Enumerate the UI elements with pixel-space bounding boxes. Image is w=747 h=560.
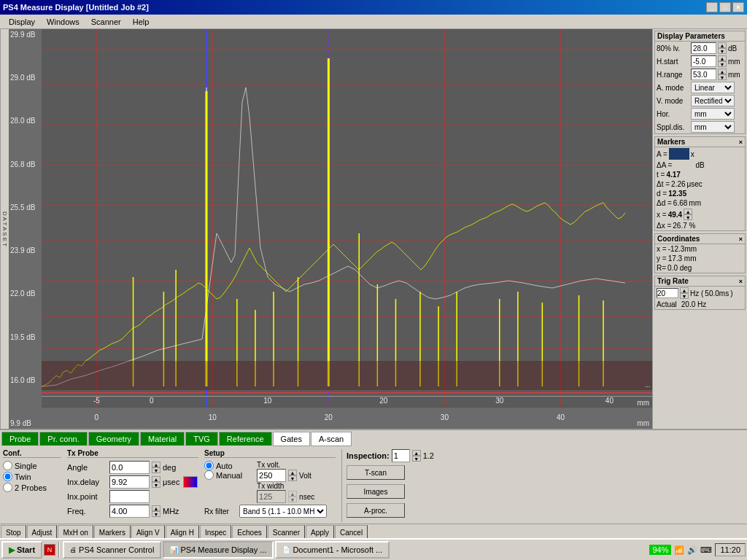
tab-probe[interactable]: Probe	[1, 432, 39, 446]
ellipsis-button[interactable]: ...	[645, 381, 651, 389]
param-80lv-input[interactable]	[691, 42, 716, 54]
marker-a-input[interactable]	[669, 148, 689, 160]
tx-inxdelay-input[interactable]	[109, 475, 150, 489]
maximize-button[interactable]: □	[719, 2, 731, 12]
trig-rate-title: Trig Rate ×	[655, 276, 745, 287]
menu-help[interactable]: Help	[127, 16, 155, 28]
x-bot-label-0: 0	[95, 413, 99, 421]
tab-reference[interactable]: Reference	[219, 432, 272, 446]
coordinates-close[interactable]: ×	[739, 236, 743, 243]
param-hstart-down[interactable]: ▼	[718, 61, 727, 67]
marker-t: t = 4.17	[655, 170, 745, 179]
y-label-9: 9.9 dB	[10, 419, 40, 427]
window-title: PS4 Measure Display [Untitled Job #2]	[3, 3, 149, 12]
tab-pr-conn[interactable]: Pr. conn.	[39, 432, 87, 446]
conf-single-radio[interactable]	[3, 461, 12, 470]
toolbar-stop[interactable]: Stop	[1, 525, 26, 540]
marker-x-up[interactable]: ▲	[684, 209, 692, 214]
tx-inxpoint-input[interactable]	[109, 490, 150, 503]
param-vmode-select[interactable]: Rectified RF	[691, 95, 735, 106]
param-80lv-down[interactable]: ▼	[718, 48, 727, 54]
setup-mode: Auto Manual Tx volt. ▲ ▼	[204, 461, 336, 503]
conf-2probes-radio[interactable]	[3, 483, 12, 492]
coord-y: y = 17.3 mm	[655, 254, 745, 263]
taskbar-document[interactable]: 📄 Document1 - Microsoft ...	[275, 541, 390, 559]
conf-twin-radio[interactable]	[3, 472, 12, 481]
setup-auto: Auto	[204, 461, 242, 470]
menu-windows[interactable]: Windows	[41, 16, 85, 28]
param-hrange-up[interactable]: ▲	[718, 69, 727, 74]
param-80lv-up[interactable]: ▲	[718, 42, 727, 48]
param-hrange-down[interactable]: ▼	[718, 74, 727, 80]
toolbar-apply[interactable]: Apply	[306, 525, 334, 540]
tab-geometry[interactable]: Geometry	[88, 432, 139, 446]
toolbar-markers[interactable]: Markers	[94, 525, 131, 540]
tx-freq-up[interactable]: ▲	[152, 505, 160, 511]
setup-txvolt-up[interactable]: ▲	[288, 470, 297, 475]
toolbar-mxh[interactable]: MxH on	[58, 525, 93, 540]
images-button[interactable]: Images	[347, 484, 405, 499]
menu-scanner[interactable]: Scanner	[85, 16, 127, 28]
menu-display[interactable]: Display	[3, 16, 41, 28]
param-hrange: H.range ▲ ▼ mm	[655, 68, 745, 81]
setup-rxfilter-select[interactable]: Band 5 (1.1 - 10.0 MHz)	[239, 505, 327, 518]
inspection-val1-up[interactable]: ▲	[412, 450, 421, 456]
x-bot-label-2: 20	[325, 413, 333, 421]
setup-auto-radio[interactable]	[204, 461, 214, 470]
param-hstart-up[interactable]: ▲	[718, 55, 727, 61]
param-sppl: Sppl.dis. mm μsec	[655, 120, 745, 133]
minimize-button[interactable]: _	[706, 2, 718, 12]
trig-rate-input[interactable]	[657, 288, 678, 298]
setup-txvolt-down[interactable]: ▼	[288, 475, 297, 481]
marker-x-down[interactable]: ▼	[684, 214, 692, 220]
close-button[interactable]: ×	[732, 2, 744, 12]
inspection-val1-down[interactable]: ▼	[412, 456, 421, 462]
x-top-label-3: 20	[379, 397, 387, 405]
t-scan-button[interactable]: T-scan	[347, 465, 405, 480]
trig-rate-down[interactable]: ▼	[680, 293, 689, 299]
tab-content: Conf. Single Twin 2 Probes Tx Probe Angl…	[0, 446, 747, 525]
tab-tvg[interactable]: TVG	[185, 432, 218, 446]
taskbar-scanner[interactable]: 🖨 PS4 Scanner Control	[63, 541, 161, 559]
tx-angle-input[interactable]	[109, 461, 150, 474]
trig-rate-close[interactable]: ×	[739, 278, 743, 285]
setup-manual-radio[interactable]	[204, 470, 214, 480]
tab-ascan[interactable]: A-scan	[311, 432, 352, 446]
markers-title: Markers ×	[655, 137, 745, 147]
a-proc-button[interactable]: A-proc.	[347, 503, 405, 518]
taskbar-measure[interactable]: 📊 PS4 Measure Display ...	[163, 541, 274, 559]
tab-gates[interactable]: Gates	[273, 432, 310, 446]
tx-freq-spin: ▲ ▼	[152, 505, 160, 517]
chart-container: 29.9 dB 29.0 dB 28.0 dB 26.8 dB 25.5 dB …	[9, 29, 652, 429]
toolbar-scanner[interactable]: Scanner	[268, 525, 305, 540]
setup-txwidth-val: ▲ ▼ nsec	[257, 490, 314, 503]
tx-inxdelay-down[interactable]: ▼	[152, 482, 160, 488]
tx-freq-input[interactable]	[109, 505, 150, 518]
trig-rate-up[interactable]: ▲	[680, 287, 689, 293]
param-amode-select[interactable]: Linear Log	[691, 82, 735, 93]
tx-angle-up[interactable]: ▲	[152, 462, 160, 467]
toolbar-alignv[interactable]: Align V	[131, 525, 165, 540]
inspection-val1-input[interactable]	[392, 449, 410, 462]
title-bar-buttons: _ □ ×	[706, 2, 744, 12]
tx-angle: Angle ▲ ▼ deg	[67, 461, 198, 474]
param-hstart-input[interactable]	[691, 55, 716, 67]
marker-x-spin: ▲ ▼	[684, 209, 692, 220]
toolbar-echoes[interactable]: Echoes	[232, 525, 266, 540]
tx-freq-down[interactable]: ▼	[152, 511, 160, 517]
param-hor-select[interactable]: mm μsec	[691, 108, 735, 120]
setup-txvolt-input[interactable]	[257, 469, 286, 482]
y-label-3: 26.8 dB	[10, 160, 40, 168]
markers-close[interactable]: ×	[739, 139, 743, 146]
toolbar-cancel[interactable]: Cancel	[335, 525, 368, 540]
param-hrange-input[interactable]	[691, 69, 716, 80]
toolbar-alignh[interactable]: Align H	[166, 525, 199, 540]
tx-inxdelay-up[interactable]: ▲	[152, 476, 160, 482]
tx-angle-down[interactable]: ▼	[152, 467, 160, 473]
toolbar-inspec[interactable]: Inspec	[200, 525, 231, 540]
tab-material[interactable]: Material	[140, 432, 185, 446]
toolbar-adjust[interactable]: Adjust	[27, 525, 58, 540]
param-sppl-select[interactable]: mm μsec	[691, 121, 735, 133]
start-button[interactable]: ▶ Start	[1, 541, 42, 559]
trig-rate-row: ▲ ▼ Hz ( 50.0ms )	[655, 287, 745, 300]
